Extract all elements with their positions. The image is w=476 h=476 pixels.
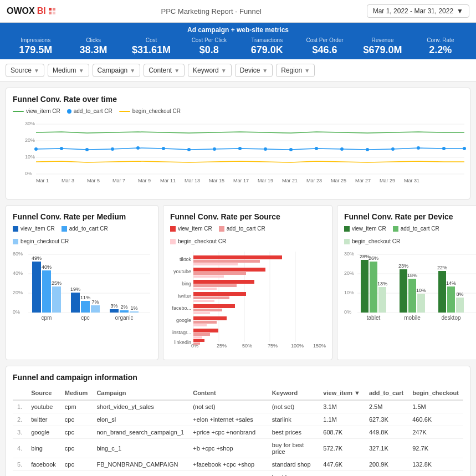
svg-text:40%: 40% <box>42 264 52 270</box>
col-add-to-cart[interactable]: add_to_cart <box>365 386 408 400</box>
filter-device[interactable]: Device▼ <box>235 64 273 77</box>
funnel-medium-svg: 60% 40% 20% 0% 49% 40% 25% cpm 19% <box>13 249 151 337</box>
table-row: 4. bing cpc bing_c_1 +b +cpc +shop buy f… <box>13 439 463 458</box>
filter-keyword[interactable]: Keyword▼ <box>188 64 232 77</box>
table-row: 1. youtube cpm short_video_yt_sales (not… <box>13 400 463 413</box>
svg-text:14%: 14% <box>446 280 456 286</box>
filter-region[interactable]: Region▼ <box>276 64 315 77</box>
svg-point-22 <box>289 148 293 151</box>
funnel-time-legend: view_item CR add_to_cart CR begin_checko… <box>13 108 463 114</box>
filter-label: Campaign <box>98 66 128 74</box>
funnel-device-svg: 30% 20% 10% 0% 28% 26% 13% tablet 23% <box>344 249 476 337</box>
funnel-medium-card: Funnel Conv. Rate per Medium view_item C… <box>6 205 158 360</box>
col-keyword[interactable]: Keyword <box>268 386 319 400</box>
svg-text:20%: 20% <box>13 290 23 295</box>
metric-item: Revenue$679.0M <box>354 37 411 56</box>
filter-content[interactable]: Content▼ <box>144 64 185 77</box>
svg-rect-132 <box>400 269 407 313</box>
svg-rect-68 <box>110 309 119 313</box>
cell-content: +b +cpc +shop <box>188 439 268 458</box>
svg-text:Mar 5: Mar 5 <box>87 178 100 183</box>
cell-campaign: FB_NONBRAND_CAMPAIGN <box>92 458 188 471</box>
legend-add-to-cart: add_to_cart CR <box>67 108 112 114</box>
date-range-picker[interactable]: Mar 1, 2022 - Mar 31, 2022 ▼ <box>367 4 469 18</box>
svg-rect-143 <box>456 298 464 313</box>
cell-source: google <box>27 471 60 477</box>
cell-keyword: best prices <box>268 426 319 439</box>
filter-medium[interactable]: Medium▼ <box>48 64 89 77</box>
metric-item: Cost$31.61M <box>122 37 180 56</box>
cell-keyword: starlink <box>268 413 319 426</box>
col-begin-checkout[interactable]: begin_checkout <box>408 386 463 400</box>
filter-campaign[interactable]: Campaign▼ <box>93 64 141 77</box>
metric-value: $46.6 <box>296 44 354 56</box>
svg-rect-93 <box>193 275 224 278</box>
cell-add-to-cart: 200.9K <box>365 458 408 471</box>
col-source[interactable]: Source <box>27 386 60 400</box>
svg-rect-113 <box>193 336 202 339</box>
cell-view-item: 1.1M <box>319 413 365 426</box>
svg-text:25%: 25% <box>217 343 227 349</box>
svg-text:20%: 20% <box>344 270 354 276</box>
metric-label: Conv. Rate <box>412 37 469 43</box>
svg-text:Mar 27: Mar 27 <box>355 178 371 183</box>
svg-text:150%: 150% <box>313 343 326 349</box>
cell-content: +price +cpc +nonbrand <box>188 426 268 439</box>
funnel-device-legend: view_item CR add_to_cart CR begin_checko… <box>344 226 476 244</box>
funnel-device-title: Funnel Conv. Rate per Device <box>344 212 476 221</box>
filter-label: Region <box>281 66 302 74</box>
svg-rect-63 <box>81 301 90 313</box>
logo-icon <box>48 7 56 15</box>
svg-text:30%: 30% <box>344 251 354 257</box>
svg-text:desktop: desktop <box>441 315 460 321</box>
svg-rect-104 <box>193 309 222 311</box>
col-content[interactable]: Content <box>188 386 268 400</box>
col-medium[interactable]: Medium <box>60 386 93 400</box>
funnel-time-svg: 30% 20% 10% 0% <box>13 119 464 191</box>
svg-text:26%: 26% <box>368 255 378 261</box>
svg-text:2%: 2% <box>120 304 127 310</box>
svg-rect-0 <box>49 8 52 11</box>
svg-rect-88 <box>193 260 260 263</box>
cell-view-item: 608.7K <box>319 426 365 439</box>
cell-source: facebook <box>27 458 60 471</box>
svg-text:Mar 3: Mar 3 <box>62 178 74 183</box>
svg-rect-99 <box>193 292 246 296</box>
cell-source: bing <box>27 439 60 458</box>
svg-rect-103 <box>193 304 235 308</box>
chevron-down-icon: ▼ <box>34 68 39 74</box>
svg-text:cpc: cpc <box>81 315 90 321</box>
svg-rect-100 <box>193 296 229 299</box>
cell-add-to-cart: 627.3K <box>365 413 408 426</box>
app-logo: OWOX BI <box>7 6 56 16</box>
svg-text:30%: 30% <box>25 121 35 126</box>
col-view-item[interactable]: view_item ▼ <box>319 386 365 400</box>
cell-view-item: 447.6K <box>319 458 365 471</box>
col-campaign[interactable]: Campaign <box>92 386 188 400</box>
row-num: 6. <box>13 471 27 477</box>
svg-point-13 <box>60 147 63 150</box>
cell-campaign: bing_c_1 <box>92 439 188 458</box>
funnel-medium-title: Funnel Conv. Rate per Medium <box>13 212 151 221</box>
svg-rect-139 <box>438 271 446 313</box>
svg-text:Mar 17: Mar 17 <box>233 178 249 183</box>
filter-label: Medium <box>53 66 76 74</box>
cell-content: +internet +cpc +brand <box>188 471 268 477</box>
svg-point-25 <box>366 148 369 151</box>
cell-medium: cpc <box>60 413 93 426</box>
svg-rect-91 <box>193 268 265 272</box>
cell-begin-checkout: 1.5M <box>408 400 463 413</box>
cell-content: +facebook +cpc +shop <box>188 458 268 471</box>
svg-text:10%: 10% <box>416 288 426 293</box>
svg-rect-95 <box>193 280 254 284</box>
svg-text:7%: 7% <box>91 299 99 305</box>
logo-bi: BI <box>37 6 46 16</box>
col-num <box>13 386 27 400</box>
filter-source[interactable]: Source▼ <box>6 64 44 77</box>
svg-text:11%: 11% <box>80 295 90 300</box>
svg-point-12 <box>34 147 38 151</box>
chevron-down-icon: ▼ <box>262 68 268 74</box>
metric-value: $679.0M <box>354 44 411 56</box>
metric-value: $0.8 <box>180 44 238 56</box>
svg-text:0%: 0% <box>13 309 20 315</box>
